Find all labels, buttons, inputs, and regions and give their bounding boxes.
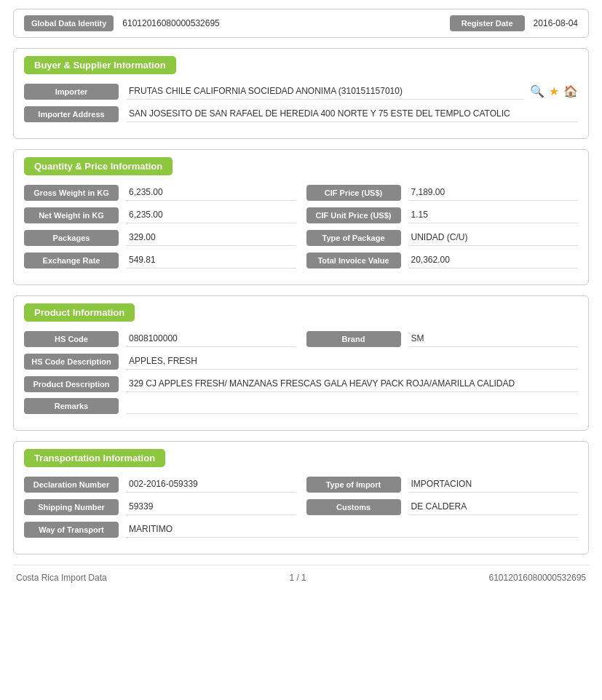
- product-desc-row: Product Description 329 CJ APPLES FRESH/…: [24, 375, 578, 392]
- cif-unit-price-value: 1.15: [408, 207, 579, 223]
- shipping-number-label: Shipping Number: [24, 499, 119, 515]
- hs-code-label: HS Code: [24, 331, 119, 347]
- hs-code-value: 0808100000: [126, 330, 296, 347]
- remarks-row: Remarks: [24, 398, 578, 414]
- type-of-package-field: Type of Package UNIDAD (C/U): [306, 229, 579, 246]
- transportation-title: Transportation Information: [24, 449, 165, 467]
- footer-left: Costa Rica Import Data: [16, 573, 107, 583]
- total-invoice-value: 20,362.00: [408, 252, 579, 269]
- brand-value: SM: [408, 330, 579, 347]
- importer-address-value: SAN JOSESITO DE SAN RAFAEL DE HEREDIA 40…: [126, 106, 578, 122]
- cif-unit-price-label: CIF Unit Price (US$): [306, 207, 401, 223]
- net-weight-field: Net Weight in KG 6,235.00: [24, 207, 296, 223]
- global-data-identity-label: Global Data Identity: [24, 15, 114, 31]
- remarks-value: [126, 398, 578, 414]
- brand-field: Brand SM: [306, 330, 579, 347]
- footer-right: 61012016080000532695: [489, 573, 586, 583]
- register-date-value: 2016-08-04: [534, 18, 578, 28]
- importer-address-row: Importer Address SAN JOSESITO DE SAN RAF…: [24, 106, 578, 122]
- shipping-number-field: Shipping Number 59339: [24, 498, 296, 515]
- packages-value: 329.00: [126, 229, 296, 246]
- packages-field: Packages 329.00: [24, 229, 296, 246]
- cif-unit-price-field: CIF Unit Price (US$) 1.15: [306, 207, 579, 223]
- product-desc-value: 329 CJ APPLES FRESH/ MANZANAS FRESCAS GA…: [126, 375, 578, 392]
- exchange-rate-value: 549.81: [126, 252, 296, 269]
- packages-label: Packages: [24, 230, 119, 246]
- page-wrapper: Global Data Identity 6101201608000053269…: [0, 0, 602, 700]
- way-of-transport-row: Way of Transport MARITIMO: [24, 521, 578, 538]
- cif-price-label: CIF Price (US$): [306, 185, 401, 201]
- way-of-transport-label: Way of Transport: [24, 522, 119, 538]
- quantity-price-title: Quantity & Price Information: [24, 157, 173, 175]
- exchange-rate-invoice-row: Exchange Rate 549.81 Total Invoice Value…: [24, 252, 578, 269]
- brand-label: Brand: [306, 331, 401, 347]
- gross-weight-value: 6,235.00: [126, 184, 296, 201]
- total-invoice-label: Total Invoice Value: [306, 252, 401, 269]
- cif-price-value: 7,189.00: [408, 184, 579, 201]
- type-of-package-value: UNIDAD (C/U): [408, 229, 579, 246]
- hs-code-desc-label: HS Code Description: [24, 354, 119, 370]
- declaration-number-value: 002-2016-059339: [126, 476, 296, 493]
- hs-code-desc-row: HS Code Description APPLES, FRESH: [24, 353, 578, 370]
- declaration-number-label: Declaration Number: [24, 477, 119, 493]
- gross-weight-label: Gross Weight in KG: [24, 185, 119, 201]
- way-of-transport-value: MARITIMO: [126, 521, 578, 538]
- register-date-label: Register Date: [450, 15, 525, 31]
- star-icon[interactable]: ★: [549, 84, 559, 98]
- type-of-package-label: Type of Package: [306, 230, 401, 246]
- transportation-section: Transportation Information Declaration N…: [13, 441, 589, 554]
- customs-label: Customs: [306, 499, 401, 515]
- shipping-customs-row: Shipping Number 59339 Customs DE CALDERA: [24, 498, 578, 515]
- quantity-price-section: Quantity & Price Information Gross Weigh…: [13, 149, 589, 285]
- type-of-import-value: IMPORTACION: [408, 476, 579, 493]
- product-info-title: Product Information: [24, 303, 135, 322]
- declaration-number-field: Declaration Number 002-2016-059339: [24, 476, 296, 493]
- type-of-import-label: Type of Import: [306, 477, 401, 493]
- importer-row: Importer FRUTAS CHILE CALIFORNIA SOCIEDA…: [24, 83, 578, 100]
- product-info-section: Product Information HS Code 0808100000 B…: [13, 295, 589, 431]
- search-icon[interactable]: 🔍: [530, 84, 544, 98]
- packages-type-row: Packages 329.00 Type of Package UNIDAD (…: [24, 229, 578, 246]
- declaration-type-import-row: Declaration Number 002-2016-059339 Type …: [24, 476, 578, 493]
- importer-label: Importer: [24, 84, 119, 100]
- product-desc-label: Product Description: [24, 376, 119, 392]
- hs-code-field: HS Code 0808100000: [24, 330, 296, 347]
- customs-value: DE CALDERA: [408, 498, 579, 515]
- importer-icons: 🔍 ★ 🏠: [530, 84, 578, 98]
- exchange-rate-field: Exchange Rate 549.81: [24, 252, 296, 269]
- page-footer: Costa Rica Import Data 1 / 1 61012016080…: [13, 565, 589, 586]
- total-invoice-field: Total Invoice Value 20,362.00: [306, 252, 579, 269]
- customs-field: Customs DE CALDERA: [306, 498, 579, 515]
- remarks-label: Remarks: [24, 398, 119, 414]
- net-weight-value: 6,235.00: [126, 207, 296, 223]
- gross-weight-field: Gross Weight in KG 6,235.00: [24, 184, 296, 201]
- net-weight-cif-unit-row: Net Weight in KG 6,235.00 CIF Unit Price…: [24, 207, 578, 223]
- type-of-import-field: Type of Import IMPORTACION: [306, 476, 579, 493]
- gross-weight-cif-price-row: Gross Weight in KG 6,235.00 CIF Price (U…: [24, 184, 578, 201]
- importer-address-label: Importer Address: [24, 106, 119, 122]
- net-weight-label: Net Weight in KG: [24, 207, 119, 223]
- home-icon[interactable]: 🏠: [563, 84, 578, 98]
- global-data-identity-value: 61012016080000532695: [122, 18, 440, 28]
- top-bar: Global Data Identity 6101201608000053269…: [13, 9, 589, 38]
- buyer-supplier-title: Buyer & Supplier Information: [24, 56, 176, 74]
- cif-price-field: CIF Price (US$) 7,189.00: [306, 184, 579, 201]
- shipping-number-value: 59339: [126, 498, 296, 515]
- buyer-supplier-section: Buyer & Supplier Information Importer FR…: [13, 48, 589, 139]
- footer-center: 1 / 1: [289, 573, 306, 583]
- exchange-rate-label: Exchange Rate: [24, 252, 119, 269]
- hs-code-desc-value: APPLES, FRESH: [126, 353, 578, 370]
- hs-code-brand-row: HS Code 0808100000 Brand SM: [24, 330, 578, 347]
- importer-value: FRUTAS CHILE CALIFORNIA SOCIEDAD ANONIMA…: [126, 83, 524, 100]
